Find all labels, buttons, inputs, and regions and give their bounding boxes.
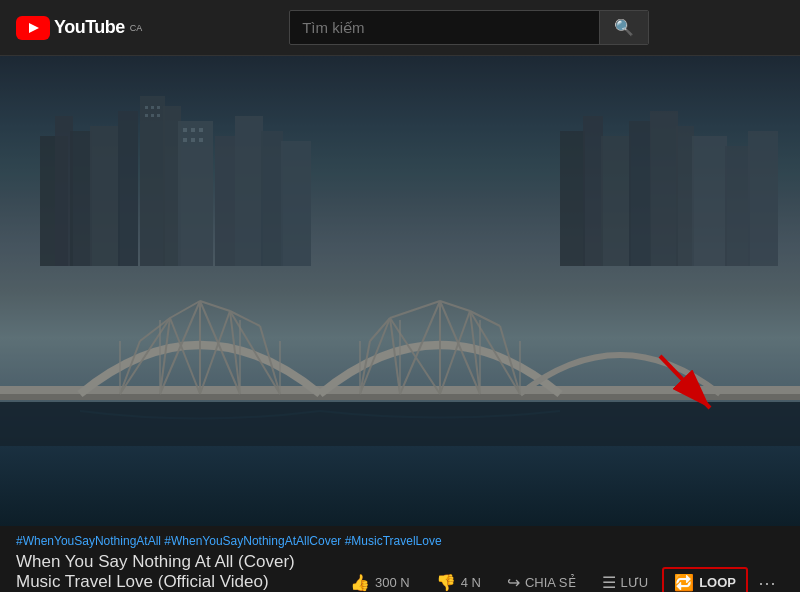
like-count: 300 N [375, 575, 410, 590]
save-button[interactable]: ☰ LƯU [590, 567, 661, 592]
header: YouTubeCA 🔍 [0, 0, 800, 56]
like-button[interactable]: 👍 300 N [338, 567, 422, 592]
more-icon: ⋯ [758, 572, 776, 593]
action-buttons: 👍 300 N 👎 4 N ↪ CHIA SẺ ☰ LƯU 🔁 LOOP [338, 567, 784, 592]
share-button[interactable]: ↪ CHIA SẺ [495, 567, 588, 592]
search-icon: 🔍 [614, 19, 634, 36]
save-icon: ☰ [602, 573, 616, 592]
water-area [0, 446, 800, 526]
share-label: CHIA SẺ [525, 575, 576, 590]
search-button[interactable]: 🔍 [599, 11, 648, 44]
dislike-count: 4 N [461, 575, 481, 590]
search-area: 🔍 [154, 10, 784, 45]
dislike-icon: 👎 [436, 573, 456, 592]
video-meta-row: When You Say Nothing At All (Cover) Musi… [16, 552, 784, 592]
dislike-button[interactable]: 👎 4 N [424, 567, 493, 592]
share-icon: ↪ [507, 573, 520, 592]
logo-area[interactable]: YouTubeCA [16, 16, 142, 40]
youtube-icon [16, 16, 50, 40]
more-options-button[interactable]: ⋯ [750, 568, 784, 593]
video-player[interactable] [0, 56, 800, 526]
save-label: LƯU [621, 575, 649, 590]
country-code: CA [130, 23, 143, 33]
youtube-logo[interactable]: YouTubeCA [16, 16, 142, 40]
loop-icon: 🔁 [674, 573, 694, 592]
loop-button[interactable]: 🔁 LOOP [662, 567, 748, 592]
video-hashtags[interactable]: #WhenYouSayNothingAtAll #WhenYouSayNothi… [16, 534, 784, 548]
search-container: 🔍 [289, 10, 649, 45]
video-thumbnail [0, 56, 800, 526]
loop-label: LOOP [699, 575, 736, 590]
like-icon: 👍 [350, 573, 370, 592]
video-info: #WhenYouSayNothingAtAll #WhenYouSayNothi… [0, 526, 800, 592]
video-title: When You Say Nothing At All (Cover) Musi… [16, 552, 338, 592]
search-input[interactable] [290, 12, 599, 43]
youtube-wordmark: YouTube [54, 17, 125, 38]
